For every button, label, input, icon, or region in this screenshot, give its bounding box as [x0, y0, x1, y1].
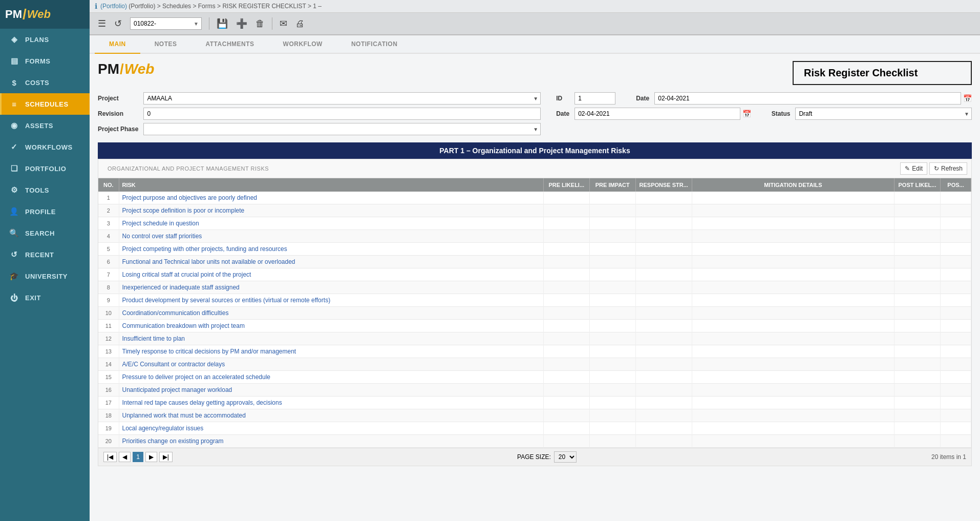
sidebar-item-label: WORKFLOWS — [25, 143, 73, 151]
sidebar-item-assets[interactable]: ◉ ASSETS — [0, 115, 90, 136]
exit-icon: ⏻ — [9, 292, 20, 303]
sidebar-item-label: UNIVERSITY — [25, 273, 68, 280]
add-button[interactable]: ➕ — [233, 16, 250, 31]
save-button[interactable]: 💾 — [214, 16, 231, 31]
sidebar-item-exit[interactable]: ⏻ EXIT — [0, 287, 90, 308]
logo-slash: / — [23, 6, 27, 23]
cell-mitigation — [692, 217, 894, 230]
cell-risk: Internal red tape causes delay getting a… — [119, 397, 543, 409]
cell-post-likeli — [894, 307, 941, 320]
cell-mitigation — [692, 204, 894, 217]
cell-no: 13 — [98, 345, 119, 358]
logo-pm: PM — [5, 8, 22, 21]
sidebar-item-costs[interactable]: $ COSTS — [0, 72, 90, 93]
cell-response-str — [635, 435, 692, 448]
sidebar-item-university[interactable]: 🎓 UNIVERSITY — [0, 265, 90, 287]
sidebar-item-plans[interactable]: ◈ PLANS — [0, 29, 90, 50]
sidebar-item-workflows[interactable]: ✓ WORKFLOWS — [0, 136, 90, 158]
cell-risk: Unanticipated project manager workload — [119, 384, 543, 397]
cell-pre-impact — [589, 268, 635, 281]
topbar: ℹ (Portfolio) (Portfolio) > Schedules > … — [90, 0, 980, 13]
sidebar-item-tools[interactable]: ⚙ TOOLS — [0, 179, 90, 201]
date-bottom-wrap: 📅 — [574, 108, 751, 120]
sidebar-item-label: SEARCH — [25, 230, 55, 237]
page-number-button[interactable]: 1 — [133, 452, 143, 462]
cell-no: 16 — [98, 384, 119, 397]
revision-input[interactable] — [143, 108, 541, 120]
first-page-button[interactable]: |◀ — [103, 452, 117, 462]
logo: PM/Web — [5, 6, 84, 23]
table-row: 6 Functional and Technical labor units n… — [98, 256, 971, 268]
calendar-icon-top[interactable]: 📅 — [963, 94, 972, 102]
cell-pre-likeli — [543, 320, 589, 332]
status-select[interactable]: Draft — [795, 108, 972, 120]
cell-pos — [941, 307, 971, 320]
form-fields: Project AMAALA ▼ ID Date 📅 Revision Date — [98, 92, 972, 135]
cell-pos — [941, 268, 971, 281]
sidebar-item-schedules[interactable]: ≡ SCHEDULES — [0, 93, 90, 115]
sidebar-item-search[interactable]: 🔍 SEARCH — [0, 222, 90, 244]
sidebar-item-label: SCHEDULES — [25, 100, 69, 108]
cell-mitigation — [692, 294, 894, 307]
cell-no: 18 — [98, 409, 119, 422]
edit-button[interactable]: ✎ Edit — [900, 162, 927, 175]
tab-main[interactable]: MAIN — [95, 35, 140, 54]
col-risk: RISK — [119, 178, 543, 192]
breadcrumb-portfolio[interactable]: (Portfolio) — [100, 3, 127, 10]
calendar-icon-bottom[interactable]: 📅 — [742, 110, 751, 118]
cell-mitigation — [692, 345, 894, 358]
cell-pos — [941, 422, 971, 435]
cell-pos — [941, 345, 971, 358]
print-button[interactable]: 🖨 — [292, 16, 308, 31]
page-size-select[interactable]: 20 — [554, 451, 577, 463]
table-row: 4 No control over staff priorities — [98, 230, 971, 243]
email-button[interactable]: ✉ — [276, 16, 290, 31]
forms-icon: ▤ — [9, 55, 20, 67]
id-input[interactable] — [574, 92, 615, 105]
cell-pos — [941, 332, 971, 345]
date-input-top[interactable] — [654, 92, 961, 105]
tab-workflow[interactable]: WORKFLOW — [269, 35, 337, 54]
undo-button[interactable]: ↺ — [111, 16, 125, 31]
cell-pos — [941, 358, 971, 371]
table-row: 14 A/E/C Consultant or contractor delays — [98, 358, 971, 371]
sidebar-item-label: RECENT — [25, 251, 54, 259]
record-selector[interactable]: 010822- — [130, 17, 202, 30]
next-page-button[interactable]: ▶ — [145, 452, 157, 462]
cell-pos — [941, 409, 971, 422]
menu-button[interactable]: ☰ — [95, 16, 109, 31]
cell-mitigation — [692, 358, 894, 371]
cell-pre-impact — [589, 243, 635, 256]
last-page-button[interactable]: ▶| — [159, 452, 173, 462]
sidebar-item-profile[interactable]: 👤 PROFILE — [0, 201, 90, 222]
date-input-bottom[interactable] — [574, 108, 740, 120]
cell-pre-impact — [589, 409, 635, 422]
prev-page-button[interactable]: ◀ — [119, 452, 131, 462]
project-select[interactable]: AMAALA — [143, 92, 541, 105]
sidebar-item-portfolio[interactable]: ❏ PORTFOLIO — [0, 158, 90, 179]
delete-button[interactable]: 🗑 — [252, 16, 268, 31]
sidebar-item-forms[interactable]: ▤ FORMS — [0, 50, 90, 72]
status-select-wrap: Draft ▼ — [795, 108, 972, 120]
search-icon: 🔍 — [9, 227, 20, 239]
cell-mitigation — [692, 384, 894, 397]
tab-attachments[interactable]: ATTACHMENTS — [191, 35, 269, 54]
cell-response-str — [635, 384, 692, 397]
cell-pre-likeli — [543, 268, 589, 281]
cell-mitigation — [692, 230, 894, 243]
cell-risk: Unplanned work that must be accommodated — [119, 409, 543, 422]
refresh-button[interactable]: ↻ Refresh — [929, 162, 967, 175]
col-response-str: RESPONSE STR... — [635, 178, 692, 192]
edit-icon: ✎ — [905, 165, 910, 172]
project-phase-select[interactable] — [143, 123, 541, 135]
sidebar-item-label: PORTFOLIO — [25, 165, 66, 173]
cell-post-likeli — [894, 332, 941, 345]
sidebar-item-recent[interactable]: ↺ RECENT — [0, 244, 90, 265]
cell-pre-impact — [589, 358, 635, 371]
cell-mitigation — [692, 397, 894, 409]
cell-response-str — [635, 217, 692, 230]
tab-notes[interactable]: NOTES — [140, 35, 191, 54]
table-row: 1 Project purpose and objectives are poo… — [98, 192, 971, 204]
cell-response-str — [635, 332, 692, 345]
tab-notification[interactable]: NOTIFICATION — [337, 35, 412, 54]
